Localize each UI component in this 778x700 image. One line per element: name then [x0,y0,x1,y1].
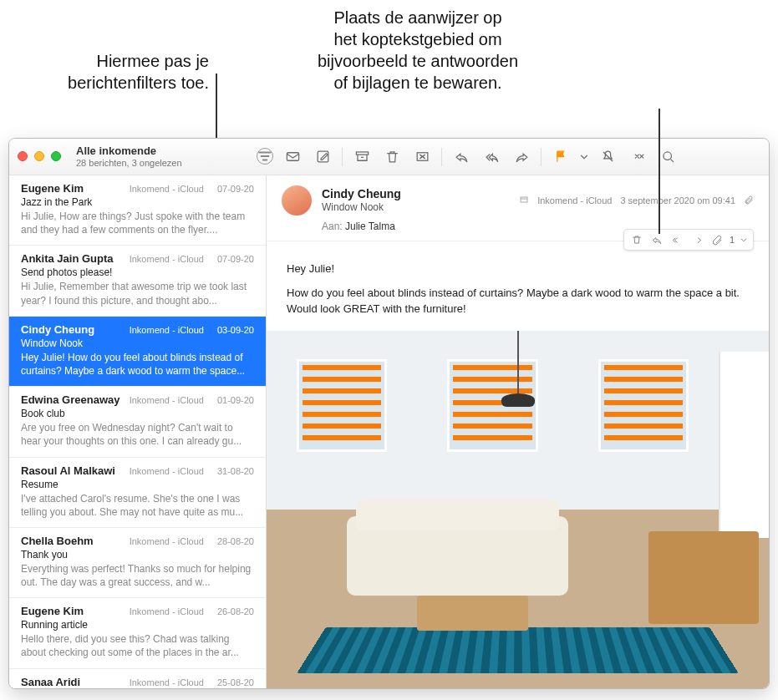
hover-attachment-button[interactable] [708,231,726,248]
svg-rect-0 [287,153,298,161]
attached-image [267,331,769,688]
msg-subject: Send photos please! [21,266,254,278]
msg-from: Eugene Kim [21,182,84,195]
message-mailbox: Inkomend - iCloud [537,195,612,205]
body-greeting: Hey Julie! [287,261,749,277]
header-hover-toolbar: 1 [623,229,754,251]
msg-subject: Book club [21,408,254,419]
message-body: Hey Julie! How do you feel about blinds … [267,241,769,326]
hover-attachment-menu-button[interactable] [738,231,750,248]
mailbox-status: 28 berichten, 3 ongelezen [76,158,243,168]
msg-date: 07-09-20 [217,254,254,264]
hover-reply-all-button[interactable] [668,231,686,248]
mute-button[interactable] [593,145,622,169]
msg-subject: Jazz in the Park [21,196,254,208]
reading-pane: Cindy Cheung Window Nook Inkomend - iClo… [267,175,769,688]
msg-from: Eugene Kim [21,605,84,617]
attachment-count: 1 [728,235,736,245]
message-list[interactable]: Eugene KimInkomend - iCloud07-09-20Jazz … [9,175,267,688]
callout-filters-text: Hiermee pas je berichtenfilters toe. [68,52,209,92]
mailbox-icon [519,195,529,206]
toolbar-separator [541,148,542,166]
attachment-icon [744,195,754,206]
more-button[interactable] [623,145,652,169]
message-list-item[interactable]: Rasoul Al MalkawiInkomend - iCloud31-08-… [9,458,266,528]
msg-mailbox: Inkomend - iCloud [130,536,204,546]
toolbar [273,145,760,169]
msg-mailbox: Inkomend - iCloud [130,184,204,194]
msg-subject: Resume [21,479,254,490]
msg-preview: Hi Julie, How are things? Just spoke wit… [21,210,254,236]
msg-date: 03-09-20 [217,325,254,335]
msg-preview: I've attached Carol's resume. She's the … [21,492,254,519]
junk-button[interactable] [408,145,436,169]
mailbox-title: Alle inkomende 28 berichten, 3 ongelezen [76,145,243,167]
msg-mailbox: Inkomend - iCloud [130,325,204,335]
msg-date: 28-08-20 [217,536,254,546]
msg-preview: Hello there, did you see this? Chad was … [21,632,254,659]
flag-button[interactable] [547,145,575,169]
msg-mailbox: Inkomend - iCloud [130,466,204,476]
msg-date: 31-08-20 [217,466,254,476]
window-controls [18,151,61,161]
body-text: How do you feel about blinds instead of … [287,286,749,317]
msg-subject: Running article [21,619,254,631]
msg-date: 01-09-20 [217,395,254,405]
delete-button[interactable] [378,145,406,169]
message-list-item[interactable]: Edwina GreenawayInkomend - iCloud01-09-2… [9,387,266,457]
to-value: Julie Talma [345,221,395,232]
callout-filters: Hiermee pas je berichtenfilters toe. [8,50,209,94]
forward-button[interactable] [507,145,536,169]
svg-rect-2 [356,152,368,155]
message-header: Cindy Cheung Window Nook Inkomend - iClo… [267,175,769,241]
zoom-window-button[interactable] [51,151,61,161]
msg-date: 25-08-20 [217,677,254,687]
msg-preview: Are you free on Wednesday night? Can't w… [21,421,254,448]
sender-avatar [282,185,312,216]
msg-subject: Thank you [21,549,254,561]
msg-subject: Window Nook [21,337,254,349]
msg-mailbox: Inkomend - iCloud [130,677,204,687]
message-list-item[interactable]: Ankita Jain GuptaInkomend - iCloud07-09-… [9,246,266,316]
msg-from: Ankita Jain Gupta [21,252,114,265]
close-window-button[interactable] [18,151,28,161]
reply-button[interactable] [447,145,475,169]
msg-from: Cindy Cheung [21,323,94,336]
msg-from: Edwina Greenaway [21,393,120,406]
mail-window: Alle inkomende 28 berichten, 3 ongelezen [8,138,770,689]
msg-from: Sanaa Aridi [21,676,80,688]
msg-preview: Hey Julie! How do you feel about blinds … [21,351,254,378]
toolbar-separator [342,148,343,166]
archive-button[interactable] [348,145,376,169]
mailbox-name: Alle inkomende [76,145,243,157]
message-list-item[interactable]: Sanaa AridiInkomend - iCloud25-08-20Dese… [9,669,266,688]
filter-icon [257,149,272,164]
message-timestamp: 3 september 2020 om 09:41 [620,195,735,205]
msg-from: Rasoul Al Malkawi [21,464,115,477]
compose-button[interactable] [308,145,337,169]
annotations: Hiermee pas je berichtenfilters toe. Pla… [0,0,778,142]
hover-reply-button[interactable] [648,231,666,248]
message-list-item[interactable]: Chella BoehmInkomend - iCloud28-08-20Tha… [9,528,266,598]
hover-delete-button[interactable] [628,231,646,248]
svg-point-4 [663,152,671,160]
get-mail-button[interactable] [278,145,307,169]
callout-header-hover-text: Plaats de aanwijzer op het koptekstgebie… [318,8,518,92]
sender-name: Cindy Cheung [322,187,401,202]
minimize-window-button[interactable] [34,151,44,161]
message-list-item[interactable]: Eugene KimInkomend - iCloud07-09-20Jazz … [9,175,266,246]
toolbar-separator [441,148,442,166]
reply-all-button[interactable] [477,145,506,169]
to-label: Aan: [322,221,343,232]
flag-menu-button[interactable] [577,145,592,169]
message-list-item[interactable]: Cindy CheungInkomend - iCloud03-09-20Win… [9,317,266,387]
svg-rect-5 [521,197,527,202]
msg-preview: Hi Julie, Remember that awesome trip we … [21,280,254,307]
callout-header-hover: Plaats de aanwijzer op het koptekstgebie… [292,7,543,94]
callout-filters-line [216,74,217,139]
msg-preview: Everything was perfect! Thanks so much f… [21,562,254,589]
filter-button[interactable] [257,148,273,165]
msg-date: 26-08-20 [217,606,254,616]
hover-forward-button[interactable] [688,231,706,248]
message-list-item[interactable]: Eugene KimInkomend - iCloud26-08-20Runni… [9,598,266,668]
